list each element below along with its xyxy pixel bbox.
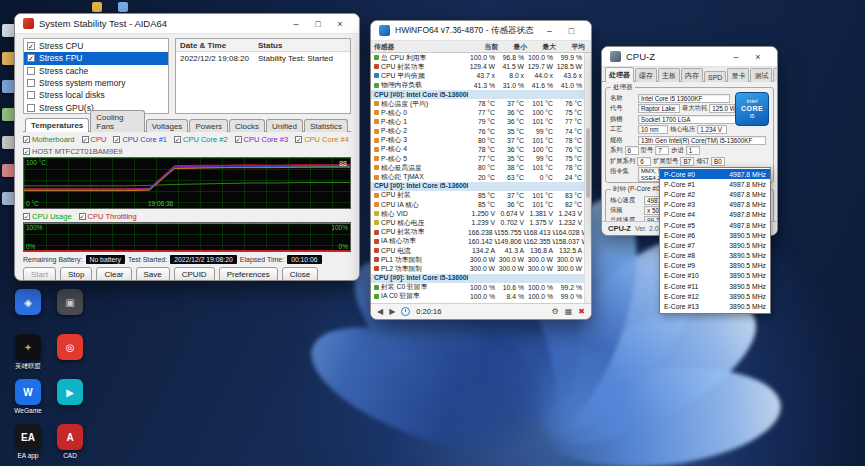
close-button[interactable]: × [582,21,592,41]
checkbox-icon[interactable] [27,91,35,99]
checkbox-icon[interactable]: ✓ [79,213,86,220]
col-sensor[interactable]: 传感器 [374,42,471,52]
col-avg[interactable]: 平均 [558,42,587,52]
legend-item[interactable]: ✓ CPU Core #1 [113,135,167,144]
cpuz-tab[interactable]: 主板 [658,68,680,82]
core-clock-option[interactable]: E-Core #10 3890.5 MHz [660,271,770,281]
aida64-button[interactable]: Preferences [219,267,278,281]
checkbox-icon[interactable]: ✓ [23,136,30,143]
checkbox-icon[interactable]: ✓ [23,148,30,155]
stress-option[interactable]: Stress system memory [24,77,168,89]
aida64-tab[interactable]: Voltages [146,119,189,132]
checkbox-icon[interactable]: ✓ [113,136,120,143]
app-icon[interactable]: EA [15,424,41,450]
minimize-button[interactable]: – [725,47,747,67]
desktop-shortcut-icon[interactable] [92,2,102,12]
desktop-app-shortcut[interactable]: W WeGame [8,379,48,415]
settings-gear-icon[interactable]: ⚙ [552,307,559,316]
aida64-button[interactable]: Stop [60,267,92,281]
cpuz-tab[interactable]: 处理器 [605,67,634,82]
desktop-app-shortcut[interactable]: EA EA app [8,424,48,460]
app-icon[interactable]: W [15,379,41,405]
checkbox-icon[interactable]: ✓ [174,136,181,143]
maximize-button[interactable]: □ [560,21,582,41]
checkbox-icon[interactable] [27,79,35,87]
cpuz-tab[interactable]: 缓存 [635,68,657,82]
legend-item[interactable]: ✓ CPU Core #4 [295,135,349,144]
app-icon[interactable]: ✦ [15,334,41,360]
stress-option[interactable]: ✓ Stress FPU [24,52,168,64]
desktop-app-shortcut[interactable]: ◈ [8,289,48,325]
aida64-tab[interactable]: Statistics [304,119,348,132]
checkbox-icon[interactable]: ✓ [27,42,35,50]
core-clock-option[interactable]: E-Core #7 3890.5 MHz [660,240,770,250]
sensor-row[interactable]: IA C0 驻留率 100.0 % 8.4 % 100.0 % 99.0 % [371,292,584,301]
col-max[interactable]: 最大 [529,42,558,52]
core-clock-option[interactable]: P-Core #1 4987.8 MHz [660,179,770,189]
stress-option[interactable]: ✓ Stress CPU [24,40,168,52]
legend-item[interactable]: ✓ CPU Throttling [79,212,137,221]
col-current[interactable]: 当前 [471,42,500,52]
vertical-scrollbar[interactable] [584,53,591,303]
aida64-button[interactable]: Clear [96,267,131,281]
maximize-button[interactable]: □ [307,14,329,34]
cpuz-tab[interactable]: 关于 [773,68,778,82]
aida64-tab[interactable]: Powers [189,119,228,132]
checkbox-icon[interactable]: ✓ [235,136,242,143]
close-sensors-icon[interactable]: ✖ [578,307,585,316]
cpuz-tab[interactable]: SPD [704,71,726,82]
aida64-tab[interactable]: Clocks [229,119,265,132]
core-clock-option[interactable]: P-Core #5 4987.8 MHz [660,220,770,230]
core-clock-option[interactable]: P-Core #4 4987.8 MHz [660,210,770,220]
core-clock-option[interactable]: E-Core #8 3890.5 MHz [660,251,770,261]
legend-item[interactable]: ✓ CPU Core #3 [235,135,289,144]
app-icon[interactable]: ◎ [57,334,83,360]
desktop-app-shortcut[interactable]: ✦ 英雄联盟 [8,334,48,370]
app-icon[interactable]: A [57,424,83,450]
close-button[interactable]: × [329,14,351,34]
log-row[interactable]: 2022/12/2 19:08:20 Stability Test: Start… [176,52,350,64]
back-icon[interactable]: ◀ [377,307,383,316]
cpuz-titlebar[interactable]: CPU-Z – × [602,47,777,67]
minimize-button[interactable]: – [538,21,560,41]
cpuz-tab[interactable]: 内存 [681,68,703,82]
legend-item[interactable]: ✓ CPU [82,135,107,144]
checkbox-icon[interactable] [27,67,35,75]
app-icon[interactable]: ▶ [57,379,83,405]
core-clock-option[interactable]: E-Core #11 3890.5 MHz [660,281,770,291]
desktop-shortcut-icon[interactable] [118,2,128,12]
legend-item[interactable]: ✓ HOST MTFC2T01BAM9E9 [23,147,122,156]
core-clock-option[interactable]: P-Core #3 4987.8 MHz [660,200,770,210]
cpuz-tab[interactable]: 显卡 [727,68,749,82]
aida64-button[interactable]: Close [282,267,318,281]
aida64-tab[interactable]: Temperatures [25,118,89,132]
desktop-app-shortcut[interactable]: ◎ [50,334,90,370]
core-clock-option[interactable]: E-Core #12 3890.5 MHz [660,291,770,301]
aida64-button[interactable]: Save [136,267,170,281]
desktop-app-shortcut[interactable]: A CAD [50,424,90,460]
cpuz-tab[interactable]: 测试 [750,68,772,82]
core-clock-option[interactable]: E-Core #13 3890.5 MHz [660,301,770,311]
checkbox-icon[interactable]: ✓ [27,54,35,62]
hwinfo-titlebar[interactable]: HWiNFO64 v7.36-4870 - 传感器状态 – □ × [371,21,591,41]
app-icon[interactable]: ▣ [57,289,83,315]
core-clock-option[interactable]: P-Core #0 4987.8 MHz [660,169,770,179]
aida64-tab[interactable]: Cooling Fans [90,110,144,132]
sensor-row[interactable]: 物理内存负载 41.3 % 31.0 % 41.6 % 41.0 % [371,81,584,90]
desktop-app-shortcut[interactable]: ▶ [50,379,90,415]
close-button[interactable]: × [747,47,769,67]
legend-item[interactable]: ✓ CPU Core #2 [174,135,228,144]
checkbox-icon[interactable]: ✓ [23,213,30,220]
legend-item[interactable]: ✓ Motherboard [23,135,75,144]
aida64-tab[interactable]: Unified [266,119,303,132]
stress-option[interactable]: Stress cache [24,65,168,77]
col-min[interactable]: 最小 [500,42,529,52]
core-clock-option[interactable]: P-Core #2 4987.8 MHz [660,189,770,199]
forward-icon[interactable]: ▶ [389,307,395,316]
core-clock-option[interactable]: E-Core #9 3890.5 MHz [660,261,770,271]
checkbox-icon[interactable]: ✓ [82,136,89,143]
checkbox-icon[interactable] [27,104,35,112]
aida64-titlebar[interactable]: System Stability Test - AIDA64 – □ × [15,14,359,34]
scrollbar-thumb[interactable] [586,128,590,198]
core-clock-option[interactable]: E-Core #6 3890.5 MHz [660,230,770,240]
